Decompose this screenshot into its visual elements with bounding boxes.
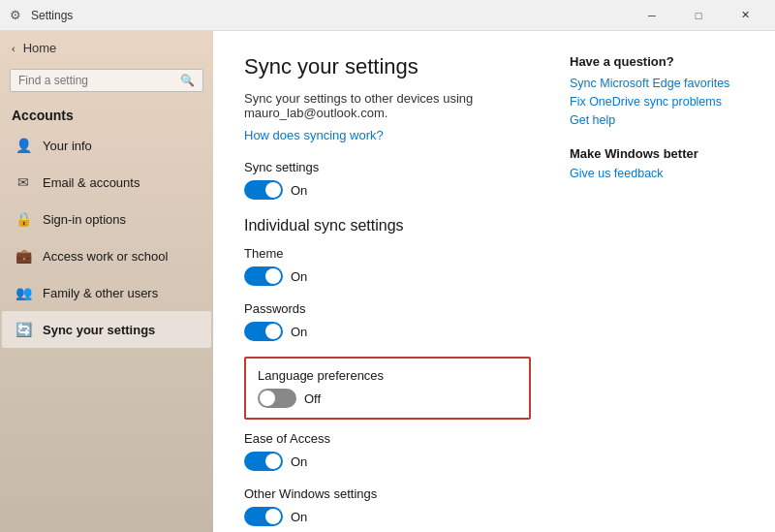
make-better-title: Make Windows better [570, 146, 744, 161]
close-button[interactable]: ✕ [723, 2, 767, 29]
other-windows-label: Other Windows settings [244, 486, 531, 501]
language-preferences-toggle[interactable] [258, 389, 296, 408]
how-syncing-works-link[interactable]: How does syncing work? [244, 128, 384, 142]
other-windows-toggle-row: On [244, 507, 531, 526]
content-main: Sync your settings Sync your settings to… [244, 54, 531, 509]
ease-of-access-label: Ease of Access [244, 431, 531, 446]
sidebar-section-title: Accounts [0, 100, 213, 127]
other-windows-state: On [291, 510, 307, 524]
theme-state: On [291, 269, 307, 284]
have-question-title: Have a question? [570, 54, 744, 69]
sync-settings-toggle[interactable] [244, 180, 283, 200]
titlebar-title: Settings [31, 9, 630, 22]
sidebar-item-sync-settings[interactable]: 🔄 Sync your settings [2, 311, 211, 348]
theme-label: Theme [244, 246, 531, 261]
sidebar-item-label: Sync your settings [43, 323, 155, 337]
content-area: Sync your settings Sync your settings to… [213, 31, 775, 532]
feedback-link[interactable]: Give us feedback [570, 167, 744, 180]
onedrive-sync-link[interactable]: Fix OneDrive sync problems [570, 95, 744, 109]
settings-icon: ⚙ [8, 8, 23, 23]
language-preferences-label: Language preferences [258, 368, 517, 383]
get-help-link[interactable]: Get help [570, 113, 744, 127]
theme-setting: Theme On [244, 246, 531, 286]
page-title: Sync your settings [244, 54, 531, 79]
sync-settings-toggle-row: On [244, 180, 531, 200]
search-icon: 🔍 [180, 74, 195, 87]
search-box[interactable]: 🔍 [10, 69, 203, 92]
email-icon: ✉ [14, 172, 33, 192]
passwords-setting: Passwords On [244, 301, 531, 341]
sync-icon: 🔄 [14, 320, 33, 339]
sync-settings-label: Sync settings [244, 160, 531, 174]
ease-of-access-state: On [291, 454, 307, 469]
sidebar-item-work-school[interactable]: 💼 Access work or school [2, 237, 211, 274]
sidebar-item-email-accounts[interactable]: ✉ Email & accounts [2, 164, 211, 201]
app-container: ‹ Home 🔍 Accounts 👤 Your info ✉ Email & … [0, 31, 775, 532]
sidebar-item-label: Family & other users [43, 286, 158, 300]
window-controls: ─ □ ✕ [630, 2, 767, 29]
titlebar: ⚙ Settings ─ □ ✕ [0, 0, 775, 31]
sidebar: ‹ Home 🔍 Accounts 👤 Your info ✉ Email & … [0, 31, 213, 532]
language-preferences-state: Off [304, 391, 321, 406]
make-better-section: Make Windows better Give us feedback [570, 146, 744, 180]
sidebar-item-label: Access work or school [43, 249, 168, 264]
sidebar-item-your-info[interactable]: 👤 Your info [2, 127, 211, 164]
ease-of-access-toggle[interactable] [244, 452, 283, 471]
users-icon: 👥 [14, 283, 33, 302]
sidebar-item-label: Your info [43, 139, 92, 153]
back-button[interactable]: ‹ Home [0, 31, 213, 65]
search-input[interactable] [18, 74, 180, 87]
sidebar-item-label: Email & accounts [43, 175, 140, 190]
other-windows-setting: Other Windows settings On [244, 486, 531, 526]
passwords-toggle[interactable] [244, 322, 283, 341]
toggle-knob [265, 509, 281, 524]
toggle-knob [260, 391, 275, 406]
sync-settings-item: Sync settings On [244, 160, 531, 200]
theme-toggle[interactable] [244, 266, 283, 286]
sync-description: Sync your settings to other devices usin… [244, 91, 531, 120]
edge-favorites-link[interactable]: Sync Microsoft Edge favorites [570, 77, 744, 90]
sync-settings-state: On [291, 183, 307, 198]
lock-icon: 🔒 [14, 209, 33, 229]
ease-of-access-setting: Ease of Access On [244, 431, 531, 471]
language-toggle-row: Off [258, 389, 517, 408]
maximize-button[interactable]: □ [676, 2, 721, 29]
passwords-state: On [291, 325, 307, 339]
passwords-toggle-row: On [244, 322, 531, 341]
your-info-icon: 👤 [14, 136, 33, 155]
sidebar-item-family-users[interactable]: 👥 Family & other users [2, 274, 211, 311]
sidebar-item-sign-in[interactable]: 🔒 Sign-in options [2, 201, 211, 237]
toggle-knob [265, 182, 281, 198]
theme-toggle-row: On [244, 266, 531, 286]
ease-toggle-row: On [244, 452, 531, 471]
have-question-section: Have a question? Sync Microsoft Edge fav… [570, 54, 744, 127]
right-panel: Have a question? Sync Microsoft Edge fav… [570, 54, 744, 509]
back-label: Home [23, 41, 57, 55]
sidebar-item-label: Sign-in options [43, 212, 126, 227]
minimize-button[interactable]: ─ [630, 2, 674, 29]
toggle-knob [265, 454, 281, 469]
toggle-knob [265, 324, 281, 339]
back-icon: ‹ [12, 43, 16, 54]
other-windows-toggle[interactable] [244, 507, 283, 526]
passwords-label: Passwords [244, 301, 531, 316]
work-icon: 💼 [14, 246, 33, 266]
toggle-knob [265, 268, 281, 284]
language-preferences-highlight: Language preferences Off [244, 357, 531, 420]
individual-sync-title: Individual sync settings [244, 217, 531, 235]
